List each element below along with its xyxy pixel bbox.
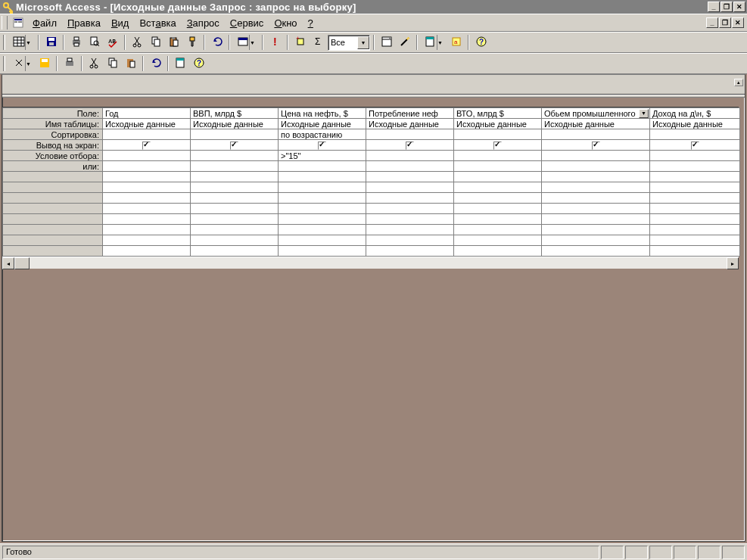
field-cell[interactable]: Потребление неф <box>366 108 454 119</box>
empty-cell[interactable] <box>454 225 542 235</box>
empty-cell[interactable] <box>542 204 650 214</box>
field-cell[interactable]: Доход на д\н, $ <box>650 108 740 119</box>
paste-button[interactable] <box>165 34 182 51</box>
menubar-grip[interactable] <box>2 16 8 30</box>
scroll-track[interactable] <box>30 257 727 269</box>
show-checkbox[interactable] <box>592 142 600 150</box>
show-checkbox[interactable] <box>691 142 699 150</box>
empty-cell[interactable] <box>366 182 454 193</box>
mdi-close-button[interactable]: ✕ <box>732 17 744 28</box>
empty-cell[interactable] <box>191 214 279 225</box>
empty-cell[interactable] <box>103 193 191 204</box>
empty-cell[interactable] <box>279 214 366 225</box>
show-checkbox[interactable] <box>318 142 326 150</box>
empty-cell[interactable] <box>103 235 191 246</box>
empty-cell[interactable] <box>650 225 740 235</box>
print2-button[interactable] <box>61 55 78 72</box>
empty-cell[interactable] <box>103 214 191 225</box>
grid-hscroll[interactable]: ◂ ▸ <box>2 257 739 269</box>
minimize-button[interactable]: _ <box>708 2 720 12</box>
menu-help[interactable]: ? <box>303 15 319 31</box>
criteria-cell[interactable] <box>103 151 191 161</box>
empty-cell[interactable] <box>191 193 279 204</box>
show-cell[interactable] <box>454 140 542 151</box>
sort-cell[interactable] <box>542 129 650 140</box>
menu-tools[interactable]: Сервис <box>225 15 269 31</box>
empty-cell[interactable] <box>454 182 542 193</box>
show-checkbox[interactable] <box>230 142 238 150</box>
spelling-button[interactable]: ᴀʙ <box>104 34 121 51</box>
restore-button[interactable]: ❐ <box>721 2 733 12</box>
show-cell[interactable] <box>103 140 191 151</box>
totals-button[interactable]: Σ <box>310 34 327 51</box>
show-checkbox[interactable] <box>142 142 151 150</box>
table-cell[interactable]: Исходные данные <box>542 119 650 129</box>
db-window2-button[interactable] <box>172 55 189 72</box>
upper-pane[interactable]: ▴ <box>2 75 745 95</box>
empty-cell[interactable] <box>650 193 740 204</box>
empty-cell[interactable] <box>366 246 454 257</box>
collapse-up-icon[interactable]: ▴ <box>734 79 743 86</box>
table-cell[interactable]: Исходные данные <box>279 119 366 129</box>
format-painter-button[interactable] <box>183 34 201 51</box>
empty-cell[interactable] <box>542 246 650 257</box>
new-object-button[interactable]: a <box>447 34 465 51</box>
empty-cell[interactable] <box>542 193 650 204</box>
print-preview-button[interactable] <box>86 34 103 51</box>
menu-query[interactable]: Запрос <box>182 15 225 31</box>
table-cell[interactable]: Исходные данные <box>454 119 542 129</box>
run-button[interactable]: ! <box>266 34 284 51</box>
database-window-button[interactable]: ▼ <box>421 34 447 51</box>
insert-function-button[interactable]: ▼ <box>9 55 35 72</box>
empty-cell[interactable] <box>542 172 650 182</box>
empty-cell[interactable] <box>103 182 191 193</box>
pane-splitter[interactable] <box>2 95 745 98</box>
properties-button[interactable] <box>378 34 395 51</box>
table-cell[interactable]: Исходные данные <box>103 119 191 129</box>
view-button[interactable]: ▼ <box>9 34 35 51</box>
or-cell[interactable] <box>103 161 191 172</box>
menu-window[interactable]: Окно <box>269 15 302 31</box>
query-type-button[interactable]: ▼ <box>233 34 259 51</box>
empty-cell[interactable] <box>191 172 279 182</box>
build-button[interactable] <box>396 34 413 51</box>
paste2-button[interactable] <box>122 55 139 72</box>
empty-cell[interactable] <box>542 182 650 193</box>
table-cell[interactable]: Исходные данные <box>366 119 454 129</box>
empty-cell[interactable] <box>650 235 740 246</box>
empty-cell[interactable] <box>103 204 191 214</box>
empty-cell[interactable] <box>279 182 366 193</box>
empty-cell[interactable] <box>366 172 454 182</box>
empty-cell[interactable] <box>279 246 366 257</box>
empty-cell[interactable] <box>103 225 191 235</box>
empty-cell[interactable] <box>279 172 366 182</box>
menu-edit[interactable]: Правка <box>62 15 106 31</box>
or-cell[interactable] <box>191 161 279 172</box>
empty-cell[interactable] <box>650 182 740 193</box>
sort-cell[interactable] <box>650 129 740 140</box>
cut2-button[interactable] <box>86 55 103 72</box>
help-button[interactable]: ? <box>472 34 490 51</box>
empty-cell[interactable] <box>103 172 191 182</box>
or-cell[interactable] <box>279 161 366 172</box>
copy2-button[interactable] <box>104 55 121 72</box>
help2-button[interactable]: ? <box>190 55 207 72</box>
show-cell[interactable] <box>366 140 454 151</box>
close-button[interactable]: ✕ <box>733 2 745 12</box>
empty-cell[interactable] <box>366 225 454 235</box>
sort-cell[interactable] <box>366 129 454 140</box>
empty-cell[interactable] <box>650 214 740 225</box>
empty-cell[interactable] <box>454 172 542 182</box>
empty-cell[interactable] <box>366 214 454 225</box>
field-cell[interactable]: ВВП, млрд $ <box>191 108 279 119</box>
sort-cell[interactable] <box>191 129 279 140</box>
empty-cell[interactable] <box>542 225 650 235</box>
chevron-down-icon[interactable]: ▼ <box>639 109 649 118</box>
criteria-cell[interactable] <box>366 151 454 161</box>
empty-cell[interactable] <box>454 246 542 257</box>
mdi-restore-button[interactable]: ❐ <box>719 17 731 28</box>
table-cell[interactable]: Исходные данные <box>191 119 279 129</box>
field-cell[interactable]: Год <box>103 108 191 119</box>
scroll-thumb[interactable] <box>14 257 30 269</box>
menu-insert[interactable]: Вставка <box>134 15 181 31</box>
